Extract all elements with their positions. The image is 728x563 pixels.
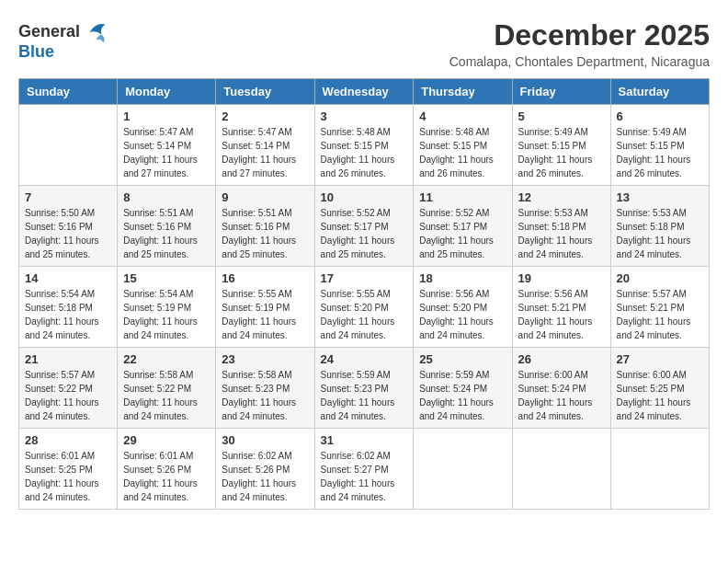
calendar-cell: 31Sunrise: 6:02 AM Sunset: 5:27 PM Dayli… [314, 429, 414, 510]
calendar-cell: 2Sunrise: 5:47 AM Sunset: 5:14 PM Daylig… [216, 105, 314, 186]
calendar-cell: 22Sunrise: 5:58 AM Sunset: 5:22 PM Dayli… [118, 348, 216, 429]
calendar-cell: 28Sunrise: 6:01 AM Sunset: 5:25 PM Dayli… [19, 429, 118, 510]
day-info: Sunrise: 5:50 AM Sunset: 5:16 PM Dayligh… [25, 206, 111, 261]
calendar-week-row: 7Sunrise: 5:50 AM Sunset: 5:16 PM Daylig… [19, 186, 710, 267]
calendar-cell: 29Sunrise: 6:01 AM Sunset: 5:26 PM Dayli… [118, 429, 216, 510]
day-number: 9 [222, 190, 308, 204]
weekday-header-thursday: Thursday [414, 79, 512, 105]
day-info: Sunrise: 5:57 AM Sunset: 5:21 PM Dayligh… [617, 287, 703, 342]
day-number: 28 [25, 433, 111, 447]
calendar-cell: 16Sunrise: 5:55 AM Sunset: 5:19 PM Dayli… [216, 267, 314, 348]
calendar-cell: 9Sunrise: 5:51 AM Sunset: 5:16 PM Daylig… [216, 186, 314, 267]
day-info: Sunrise: 6:01 AM Sunset: 5:25 PM Dayligh… [25, 449, 111, 504]
day-number: 4 [419, 109, 506, 123]
day-info: Sunrise: 6:02 AM Sunset: 5:26 PM Dayligh… [222, 449, 308, 504]
day-number: 14 [25, 271, 111, 285]
calendar-cell: 20Sunrise: 5:57 AM Sunset: 5:21 PM Dayli… [610, 267, 709, 348]
calendar-cell: 19Sunrise: 5:56 AM Sunset: 5:21 PM Dayli… [512, 267, 610, 348]
day-info: Sunrise: 5:47 AM Sunset: 5:14 PM Dayligh… [222, 125, 308, 180]
day-number: 11 [419, 190, 506, 204]
logo-bird-icon [82, 18, 109, 46]
logo-general: General [18, 22, 80, 42]
day-number: 27 [617, 352, 703, 366]
day-number: 2 [222, 109, 308, 123]
weekday-header-saturday: Saturday [610, 79, 709, 105]
day-info: Sunrise: 5:53 AM Sunset: 5:18 PM Dayligh… [518, 206, 605, 261]
day-info: Sunrise: 5:52 AM Sunset: 5:17 PM Dayligh… [419, 206, 506, 261]
day-info: Sunrise: 5:55 AM Sunset: 5:19 PM Dayligh… [222, 287, 308, 342]
weekday-header-tuesday: Tuesday [216, 79, 314, 105]
calendar-cell: 21Sunrise: 5:57 AM Sunset: 5:22 PM Dayli… [19, 348, 118, 429]
day-number: 13 [617, 190, 703, 204]
day-info: Sunrise: 5:55 AM Sunset: 5:20 PM Dayligh… [321, 287, 408, 342]
calendar-cell: 14Sunrise: 5:54 AM Sunset: 5:18 PM Dayli… [19, 267, 118, 348]
weekday-header-friday: Friday [512, 79, 610, 105]
day-info: Sunrise: 5:51 AM Sunset: 5:16 PM Dayligh… [222, 206, 308, 261]
calendar-week-row: 1Sunrise: 5:47 AM Sunset: 5:14 PM Daylig… [19, 105, 710, 186]
day-number: 12 [518, 190, 605, 204]
day-info: Sunrise: 5:47 AM Sunset: 5:14 PM Dayligh… [123, 125, 210, 180]
day-info: Sunrise: 6:02 AM Sunset: 5:27 PM Dayligh… [321, 449, 408, 504]
calendar-cell [414, 429, 512, 510]
calendar-header-row: SundayMondayTuesdayWednesdayThursdayFrid… [19, 79, 710, 105]
calendar-cell: 5Sunrise: 5:49 AM Sunset: 5:15 PM Daylig… [512, 105, 610, 186]
calendar-cell: 6Sunrise: 5:49 AM Sunset: 5:15 PM Daylig… [610, 105, 709, 186]
calendar-cell [19, 105, 118, 186]
day-number: 20 [617, 271, 703, 285]
calendar-cell: 11Sunrise: 5:52 AM Sunset: 5:17 PM Dayli… [414, 186, 512, 267]
calendar-cell [512, 429, 610, 510]
location-subtitle: Comalapa, Chontales Department, Nicaragu… [449, 54, 710, 69]
day-number: 29 [123, 433, 210, 447]
day-info: Sunrise: 6:00 AM Sunset: 5:24 PM Dayligh… [518, 368, 605, 423]
day-number: 6 [617, 109, 703, 123]
calendar-cell: 23Sunrise: 5:58 AM Sunset: 5:23 PM Dayli… [216, 348, 314, 429]
day-number: 18 [419, 271, 506, 285]
day-info: Sunrise: 5:57 AM Sunset: 5:22 PM Dayligh… [25, 368, 111, 423]
calendar-cell: 12Sunrise: 5:53 AM Sunset: 5:18 PM Dayli… [512, 186, 610, 267]
calendar-cell: 3Sunrise: 5:48 AM Sunset: 5:15 PM Daylig… [314, 105, 414, 186]
day-info: Sunrise: 6:00 AM Sunset: 5:25 PM Dayligh… [617, 368, 703, 423]
logo-blue: Blue [18, 42, 54, 63]
calendar-table: SundayMondayTuesdayWednesdayThursdayFrid… [18, 78, 710, 510]
day-info: Sunrise: 5:49 AM Sunset: 5:15 PM Dayligh… [617, 125, 703, 180]
calendar-cell: 24Sunrise: 5:59 AM Sunset: 5:23 PM Dayli… [314, 348, 414, 429]
day-number: 8 [123, 190, 210, 204]
day-info: Sunrise: 5:59 AM Sunset: 5:24 PM Dayligh… [419, 368, 506, 423]
day-number: 10 [321, 190, 408, 204]
day-number: 21 [25, 352, 111, 366]
day-info: Sunrise: 5:52 AM Sunset: 5:17 PM Dayligh… [321, 206, 408, 261]
calendar-cell: 15Sunrise: 5:54 AM Sunset: 5:19 PM Dayli… [118, 267, 216, 348]
day-info: Sunrise: 6:01 AM Sunset: 5:26 PM Dayligh… [123, 449, 210, 504]
day-info: Sunrise: 5:49 AM Sunset: 5:15 PM Dayligh… [518, 125, 605, 180]
day-info: Sunrise: 5:48 AM Sunset: 5:15 PM Dayligh… [419, 125, 506, 180]
day-number: 7 [25, 190, 111, 204]
page-header: General Blue December 2025 Comalapa, Cho… [18, 18, 710, 69]
calendar-cell: 13Sunrise: 5:53 AM Sunset: 5:18 PM Dayli… [610, 186, 709, 267]
day-number: 17 [321, 271, 408, 285]
calendar-cell: 17Sunrise: 5:55 AM Sunset: 5:20 PM Dayli… [314, 267, 414, 348]
calendar-week-row: 14Sunrise: 5:54 AM Sunset: 5:18 PM Dayli… [19, 267, 710, 348]
weekday-header-wednesday: Wednesday [314, 79, 414, 105]
day-number: 24 [321, 352, 408, 366]
day-number: 5 [518, 109, 605, 123]
month-year-title: December 2025 [449, 18, 710, 52]
day-info: Sunrise: 5:53 AM Sunset: 5:18 PM Dayligh… [617, 206, 703, 261]
day-info: Sunrise: 5:58 AM Sunset: 5:23 PM Dayligh… [222, 368, 308, 423]
day-number: 25 [419, 352, 506, 366]
day-number: 3 [321, 109, 408, 123]
day-number: 23 [222, 352, 308, 366]
day-info: Sunrise: 5:56 AM Sunset: 5:21 PM Dayligh… [518, 287, 605, 342]
calendar-cell: 18Sunrise: 5:56 AM Sunset: 5:20 PM Dayli… [414, 267, 512, 348]
day-number: 15 [123, 271, 210, 285]
day-info: Sunrise: 5:59 AM Sunset: 5:23 PM Dayligh… [321, 368, 408, 423]
calendar-cell: 26Sunrise: 6:00 AM Sunset: 5:24 PM Dayli… [512, 348, 610, 429]
title-section: December 2025 Comalapa, Chontales Depart… [449, 18, 710, 69]
weekday-header-monday: Monday [118, 79, 216, 105]
day-number: 26 [518, 352, 605, 366]
calendar-cell [610, 429, 709, 510]
calendar-cell: 8Sunrise: 5:51 AM Sunset: 5:16 PM Daylig… [118, 186, 216, 267]
logo: General Blue [18, 18, 109, 63]
calendar-cell: 7Sunrise: 5:50 AM Sunset: 5:16 PM Daylig… [19, 186, 118, 267]
calendar-cell: 4Sunrise: 5:48 AM Sunset: 5:15 PM Daylig… [414, 105, 512, 186]
day-number: 19 [518, 271, 605, 285]
